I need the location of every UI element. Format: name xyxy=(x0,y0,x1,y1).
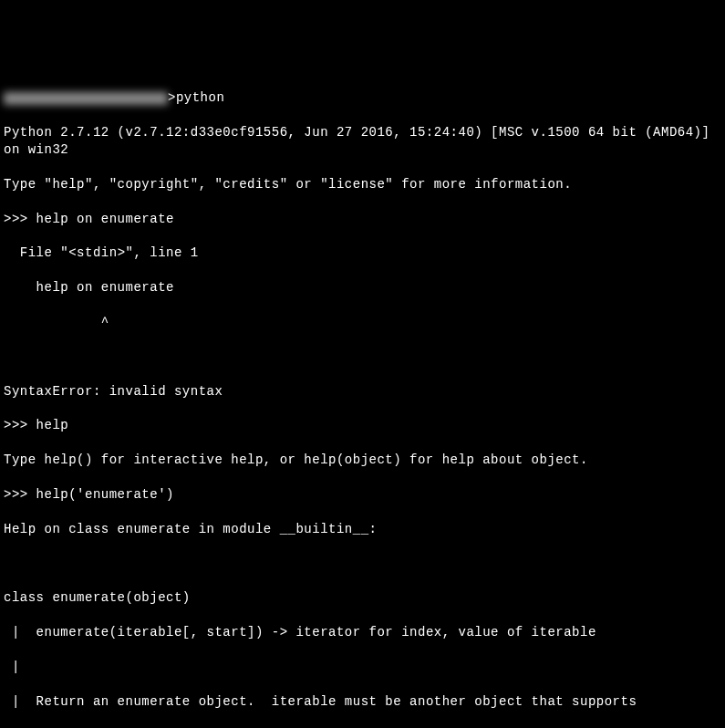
traceback-caret: ^ xyxy=(4,314,721,331)
blank-line xyxy=(4,556,721,573)
terminal-window[interactable]: >python Python 2.7.12 (v2.7.12:d33e0cf91… xyxy=(4,73,721,728)
repl-line-3: >>> help('enumerate') xyxy=(4,486,721,504)
command-line: >python xyxy=(4,89,721,107)
repl-line-1: >>> help on enumerate xyxy=(4,211,721,228)
python-help-hint: Type "help", "copyright", "credits" or "… xyxy=(4,176,721,193)
prompt-char: > xyxy=(168,90,176,105)
repl-input-1: help on enumerate xyxy=(36,212,174,226)
python-version: Python 2.7.12 (v2.7.12:d33e0cf91556, Jun… xyxy=(4,124,721,159)
help-sig: | enumerate(iterable[, start]) -> iterat… xyxy=(4,624,721,641)
help-header: Help on class enumerate in module __buil… xyxy=(4,521,721,538)
repl-line-2: >>> help xyxy=(4,417,721,434)
blank-line xyxy=(4,348,721,366)
traceback-file: File "<stdin>", line 1 xyxy=(4,244,721,262)
blurred-path xyxy=(4,92,168,105)
repl-prompt: >>> xyxy=(4,487,36,502)
help-blank: | xyxy=(4,659,721,676)
repl-input-3: help('enumerate') xyxy=(36,487,174,502)
repl-prompt: >>> xyxy=(4,212,36,226)
repl-prompt: >>> xyxy=(4,418,36,432)
help-desc: | Return an enumerate object. iterable m… xyxy=(4,693,721,711)
help-repr: Type help() for interactive help, or hel… xyxy=(4,452,721,469)
traceback-echo: help on enumerate xyxy=(4,279,721,296)
repl-input-2: help xyxy=(36,418,69,432)
class-signature: class enumerate(object) xyxy=(4,589,721,607)
command-text: python xyxy=(176,90,224,105)
syntax-error: SyntaxError: invalid syntax xyxy=(4,383,721,400)
